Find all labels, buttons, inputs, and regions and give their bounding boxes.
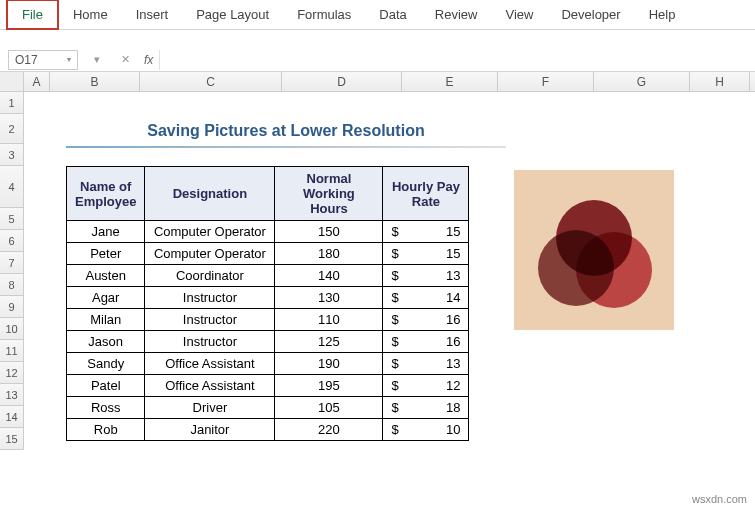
venn-image[interactable]: [514, 170, 674, 330]
cell-designation[interactable]: Driver: [145, 397, 275, 419]
table-row[interactable]: JaneComputer Operator150$15: [67, 221, 469, 243]
cell-designation[interactable]: Office Assistant: [145, 353, 275, 375]
cell-currency[interactable]: $: [383, 221, 399, 243]
cell-hours[interactable]: 190: [275, 353, 383, 375]
cell-hours[interactable]: 110: [275, 309, 383, 331]
th-name[interactable]: Name of Employee: [67, 167, 145, 221]
col-header-g[interactable]: G: [594, 72, 690, 91]
cell-hours[interactable]: 180: [275, 243, 383, 265]
cell-currency[interactable]: $: [383, 397, 399, 419]
row-header-14[interactable]: 14: [0, 406, 24, 428]
cell-designation[interactable]: Instructor: [145, 287, 275, 309]
cell-currency[interactable]: $: [383, 331, 399, 353]
row-header-15[interactable]: 15: [0, 428, 24, 450]
row-header-11[interactable]: 11: [0, 340, 24, 362]
tab-data[interactable]: Data: [365, 1, 420, 28]
th-designation[interactable]: Designation: [145, 167, 275, 221]
col-header-h[interactable]: H: [690, 72, 750, 91]
tab-insert[interactable]: Insert: [122, 1, 183, 28]
tab-formulas[interactable]: Formulas: [283, 1, 365, 28]
cell-currency[interactable]: $: [383, 287, 399, 309]
cell-designation[interactable]: Janitor: [145, 419, 275, 441]
row-header-6[interactable]: 6: [0, 230, 24, 252]
name-box[interactable]: O17 ▾: [8, 50, 78, 70]
cell-rate[interactable]: 16: [399, 309, 469, 331]
cell-rate[interactable]: 12: [399, 375, 469, 397]
cell-name[interactable]: Patel: [67, 375, 145, 397]
th-rate[interactable]: Hourly Pay Rate: [383, 167, 469, 221]
cell-rate[interactable]: 15: [399, 221, 469, 243]
cancel-icon[interactable]: ✕: [116, 53, 134, 66]
cell-hours[interactable]: 140: [275, 265, 383, 287]
cell-hours[interactable]: 130: [275, 287, 383, 309]
formula-input[interactable]: [159, 50, 755, 70]
cell-rate[interactable]: 10: [399, 419, 469, 441]
row-header-5[interactable]: 5: [0, 208, 24, 230]
cell-name[interactable]: Jason: [67, 331, 145, 353]
cell-name[interactable]: Jane: [67, 221, 145, 243]
tab-developer[interactable]: Developer: [547, 1, 634, 28]
cell-designation[interactable]: Computer Operator: [145, 243, 275, 265]
cell-name[interactable]: Ross: [67, 397, 145, 419]
cell-hours[interactable]: 125: [275, 331, 383, 353]
row-header-10[interactable]: 10: [0, 318, 24, 340]
table-row[interactable]: JasonInstructor125$16: [67, 331, 469, 353]
cell-designation[interactable]: Coordinator: [145, 265, 275, 287]
table-row[interactable]: MilanInstructor110$16: [67, 309, 469, 331]
table-row[interactable]: SandyOffice Assistant190$13: [67, 353, 469, 375]
tab-review[interactable]: Review: [421, 1, 492, 28]
cell-rate[interactable]: 14: [399, 287, 469, 309]
tab-home[interactable]: Home: [59, 1, 122, 28]
cell-name[interactable]: Austen: [67, 265, 145, 287]
th-hours[interactable]: Normal Working Hours: [275, 167, 383, 221]
cell-designation[interactable]: Instructor: [145, 309, 275, 331]
cell-name[interactable]: Rob: [67, 419, 145, 441]
cell-rate[interactable]: 13: [399, 353, 469, 375]
tab-page-layout[interactable]: Page Layout: [182, 1, 283, 28]
row-header-1[interactable]: 1: [0, 92, 24, 114]
cell-designation[interactable]: Office Assistant: [145, 375, 275, 397]
tab-help[interactable]: Help: [635, 1, 690, 28]
cell-rate[interactable]: 16: [399, 331, 469, 353]
row-header-4[interactable]: 4: [0, 166, 24, 208]
table-row[interactable]: RobJanitor220$10: [67, 419, 469, 441]
cell-hours[interactable]: 150: [275, 221, 383, 243]
namebox-dropdown-icon[interactable]: ▾: [88, 53, 106, 66]
row-header-2[interactable]: 2: [0, 114, 24, 144]
row-header-9[interactable]: 9: [0, 296, 24, 318]
table-row[interactable]: PeterComputer Operator180$15: [67, 243, 469, 265]
cell-hours[interactable]: 220: [275, 419, 383, 441]
row-header-7[interactable]: 7: [0, 252, 24, 274]
chevron-down-icon[interactable]: ▾: [67, 55, 71, 64]
cell-name[interactable]: Sandy: [67, 353, 145, 375]
col-header-e[interactable]: E: [402, 72, 498, 91]
cell-currency[interactable]: $: [383, 309, 399, 331]
col-header-a[interactable]: A: [24, 72, 50, 91]
row-header-3[interactable]: 3: [0, 144, 24, 166]
col-header-c[interactable]: C: [140, 72, 282, 91]
cell-currency[interactable]: $: [383, 353, 399, 375]
row-header-13[interactable]: 13: [0, 384, 24, 406]
tab-file[interactable]: File: [6, 0, 59, 30]
cell-currency[interactable]: $: [383, 419, 399, 441]
cell-rate[interactable]: 15: [399, 243, 469, 265]
row-header-8[interactable]: 8: [0, 274, 24, 296]
cell-designation[interactable]: Computer Operator: [145, 221, 275, 243]
row-header-12[interactable]: 12: [0, 362, 24, 384]
cell-hours[interactable]: 195: [275, 375, 383, 397]
cell-currency[interactable]: $: [383, 243, 399, 265]
cell-name[interactable]: Milan: [67, 309, 145, 331]
col-header-b[interactable]: B: [50, 72, 140, 91]
cell-designation[interactable]: Instructor: [145, 331, 275, 353]
tab-view[interactable]: View: [491, 1, 547, 28]
select-all-corner[interactable]: [0, 72, 24, 91]
cell-name[interactable]: Peter: [67, 243, 145, 265]
cell-name[interactable]: Agar: [67, 287, 145, 309]
table-row[interactable]: AgarInstructor130$14: [67, 287, 469, 309]
fx-icon[interactable]: fx: [144, 53, 153, 67]
cell-rate[interactable]: 18: [399, 397, 469, 419]
cell-hours[interactable]: 105: [275, 397, 383, 419]
cell-currency[interactable]: $: [383, 265, 399, 287]
cell-rate[interactable]: 13: [399, 265, 469, 287]
col-header-f[interactable]: F: [498, 72, 594, 91]
